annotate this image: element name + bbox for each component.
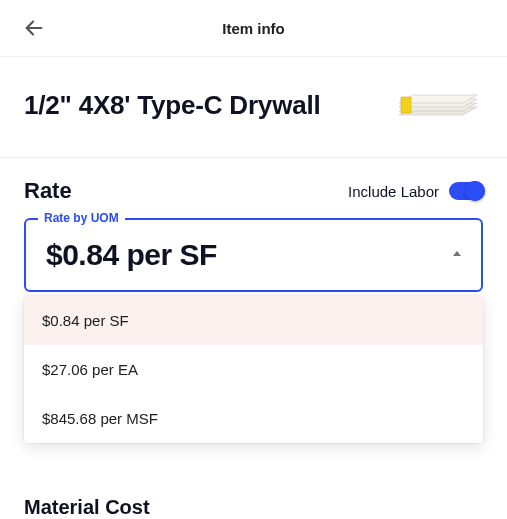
- rate-by-uom-select[interactable]: Rate by UOM $0.84 per SF: [24, 218, 483, 292]
- rate-option[interactable]: $0.84 per SF: [24, 296, 483, 345]
- rate-dropdown: $0.84 per SF $27.06 per EA $845.68 per M…: [24, 296, 483, 443]
- rate-option[interactable]: $845.68 per MSF: [24, 394, 483, 443]
- include-labor-label: Include Labor: [348, 183, 439, 200]
- back-button[interactable]: [16, 10, 52, 46]
- include-labor-wrap: Include Labor: [348, 182, 483, 200]
- item-name: 1/2" 4X8' Type-C Drywall: [24, 90, 320, 121]
- rate-header-row: Rate Include Labor: [24, 178, 483, 204]
- toggle-knob: [465, 181, 485, 201]
- item-thumbnail: [393, 85, 483, 125]
- rate-select-value: $0.84 per SF: [46, 238, 217, 272]
- rate-option[interactable]: $27.06 per EA: [24, 345, 483, 394]
- arrow-left-icon: [23, 17, 45, 39]
- item-header: 1/2" 4X8' Type-C Drywall: [0, 57, 507, 157]
- rate-section: Rate Include Labor Rate by UOM $0.84 per…: [0, 158, 507, 292]
- include-labor-toggle[interactable]: [449, 182, 483, 200]
- svg-marker-6: [453, 251, 461, 256]
- top-bar: Item info: [0, 0, 507, 56]
- rate-select-legend: Rate by UOM: [38, 211, 125, 225]
- rate-select-wrap: Rate by UOM $0.84 per SF $0.84 per SF $2…: [24, 218, 483, 292]
- rate-section-label: Rate: [24, 178, 72, 204]
- svg-rect-5: [401, 97, 411, 113]
- page-title: Item info: [0, 20, 507, 37]
- material-cost-heading: Material Cost: [24, 496, 150, 519]
- caret-up-icon: [451, 246, 463, 264]
